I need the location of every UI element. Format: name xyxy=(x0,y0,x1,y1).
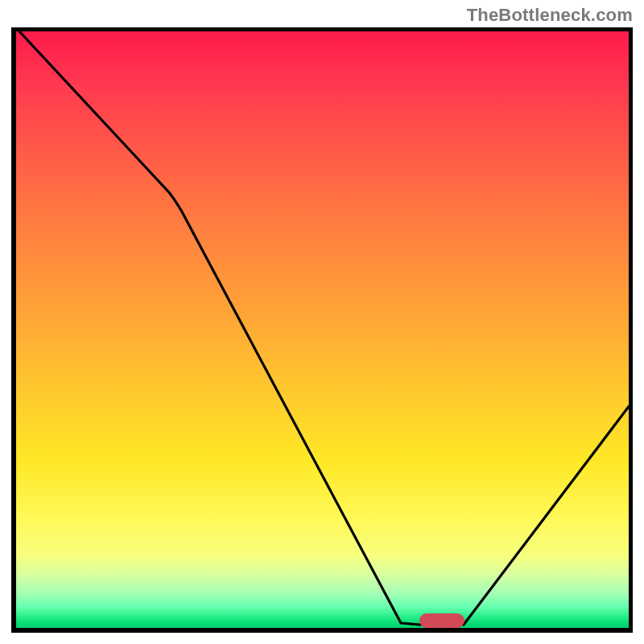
optimum-marker xyxy=(419,613,464,628)
attribution-label: TheBottleneck.com xyxy=(467,5,633,26)
plot-area xyxy=(11,27,633,633)
bottleneck-curve xyxy=(16,31,629,628)
